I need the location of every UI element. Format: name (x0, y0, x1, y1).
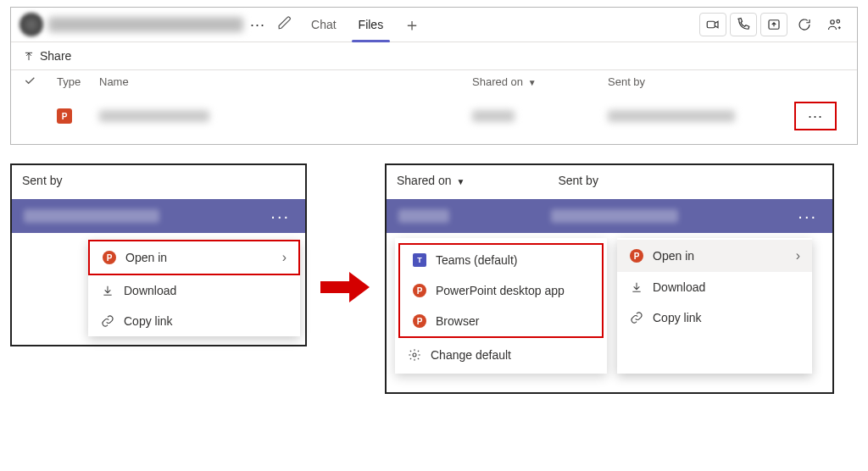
menu-open-label: Open in (125, 251, 167, 264)
file-shared-blurred (398, 209, 449, 223)
col-sent: Sent by (558, 174, 598, 187)
chevron-down-icon: ▼ (457, 177, 465, 186)
context-menu-panel-2: Shared on ▼ Sent by ··· T Teams (default… (385, 163, 834, 394)
files-panel: ··· Chat Files ＋ (10, 7, 858, 145)
file-shared-blurred (472, 110, 515, 122)
open-in-browser[interactable]: P Browser (400, 306, 602, 336)
panel3-columns: Shared on ▼ Sent by (387, 165, 832, 199)
share-screen-icon[interactable] (760, 13, 787, 36)
context-menu: P Open in › Download Copy link (88, 240, 300, 336)
more-icon[interactable]: ··· (798, 207, 817, 226)
file-more-button-highlighted[interactable]: ··· (794, 102, 837, 130)
link-icon (100, 314, 115, 328)
avatar (19, 13, 43, 36)
chevron-right-icon: › (282, 250, 287, 265)
menu-open-label: Open in (653, 249, 694, 263)
col-shared: Shared on ▼ (397, 174, 465, 187)
file-sentby-blurred (24, 209, 159, 223)
menu-copy-link[interactable]: Copy link (88, 306, 300, 336)
refresh-icon[interactable] (791, 13, 818, 36)
more-icon[interactable]: ··· (270, 207, 290, 226)
gear-icon (407, 348, 422, 362)
menu-download-label: Download (653, 280, 705, 294)
add-tab-icon[interactable]: ＋ (397, 14, 427, 36)
open-desktop-label: PowerPoint desktop app (436, 284, 565, 297)
share-arrow-icon (23, 49, 35, 63)
svg-point-2 (831, 20, 835, 25)
chevron-down-icon: ▼ (528, 78, 537, 87)
chat-header: ··· Chat Files ＋ (11, 8, 857, 42)
menu-download[interactable]: Download (88, 275, 300, 306)
open-in-teams[interactable]: T Teams (default) (400, 245, 602, 275)
change-default[interactable]: Change default (395, 340, 607, 370)
col-shared[interactable]: Shared on ▼ (472, 75, 608, 88)
menu-download[interactable]: Download (617, 272, 812, 302)
powerpoint-icon: P (413, 284, 426, 297)
people-add-icon[interactable] (821, 13, 849, 36)
tab-files[interactable]: Files (350, 13, 392, 36)
step-arrow-icon (320, 270, 371, 304)
powerpoint-icon: P (103, 251, 116, 264)
more-icon[interactable]: ··· (248, 16, 267, 34)
col-sent[interactable]: Sent by (608, 75, 794, 88)
file-sentby-blurred (608, 110, 735, 122)
sentby-header: Sent by (12, 165, 305, 199)
tab-chat[interactable]: Chat (303, 13, 345, 36)
col-name[interactable]: Name (99, 75, 472, 88)
col-type[interactable]: Type (57, 75, 99, 88)
context-menu: P Open in › Download Copy link (617, 238, 812, 374)
open-in-desktop[interactable]: P PowerPoint desktop app (400, 275, 602, 306)
powerpoint-icon: P (630, 249, 643, 263)
menu-copy-label: Copy link (124, 314, 173, 328)
columns-header: Type Name Shared on ▼ Sent by (11, 69, 857, 93)
chat-title-blurred (48, 17, 243, 32)
menu-open-in[interactable]: P Open in › (617, 240, 812, 272)
header-actions (699, 13, 849, 36)
file-row-selected[interactable]: ··· (12, 199, 305, 233)
teams-icon: T (413, 253, 426, 267)
context-menu-panel-1: Sent by ··· P Open in › Download Copy l (10, 163, 307, 346)
download-icon (100, 284, 115, 297)
chevron-right-icon: › (796, 248, 800, 263)
edit-icon[interactable] (272, 15, 298, 34)
change-default-label: Change default (431, 348, 511, 362)
powerpoint-file-icon: P (57, 108, 72, 124)
menu-download-label: Download (124, 284, 176, 297)
svg-point-3 (837, 19, 840, 23)
more-icon: ··· (806, 108, 825, 125)
svg-rect-0 (707, 21, 715, 28)
file-name-blurred (99, 110, 209, 122)
video-call-icon[interactable] (699, 13, 726, 36)
open-teams-label: Teams (default) (436, 253, 517, 267)
share-label: Share (40, 49, 71, 63)
share-button[interactable]: Share (11, 42, 857, 69)
file-row-selected[interactable]: ··· (387, 199, 832, 233)
menu-copy-link[interactable]: Copy link (617, 302, 812, 333)
menu-open-in[interactable]: P Open in › (88, 240, 300, 275)
open-in-submenu: T Teams (default) P PowerPoint desktop a… (395, 238, 607, 374)
svg-point-4 (413, 353, 416, 357)
powerpoint-icon: P (413, 314, 426, 328)
select-all-check[interactable] (23, 74, 57, 90)
file-sentby-blurred (551, 209, 678, 223)
link-icon (629, 311, 644, 324)
audio-call-icon[interactable] (730, 13, 757, 36)
menu-copy-label: Copy link (653, 311, 702, 324)
file-row[interactable]: P ··· (11, 93, 857, 144)
open-browser-label: Browser (436, 314, 479, 328)
download-icon (629, 280, 644, 294)
